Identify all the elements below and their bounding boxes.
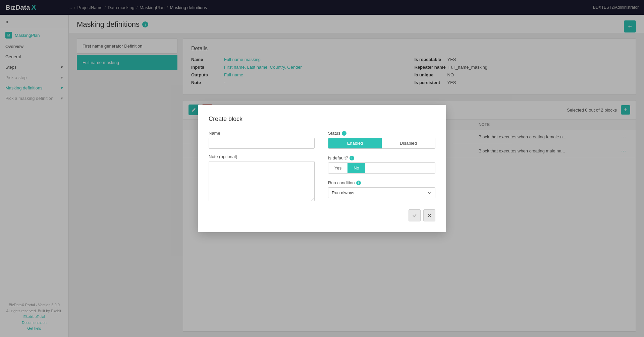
is-default-info-icon[interactable]: i: [350, 156, 354, 160]
modal-confirm-button[interactable]: [409, 209, 421, 221]
name-input[interactable]: [209, 138, 315, 149]
status-label: Status i: [328, 131, 435, 136]
run-condition-field-group: Run condition i Run always Run on condit…: [328, 180, 435, 198]
modal-title: Create block: [209, 116, 435, 123]
modal-body: Name Note (optional) Status i Enabled: [209, 131, 435, 201]
status-info-icon[interactable]: i: [342, 131, 346, 136]
is-default-field-group: Is default? i Yes No: [328, 155, 435, 174]
modal-right-panel: Status i Enabled Disabled Is default? i …: [328, 131, 435, 201]
run-condition-label: Run condition i: [328, 180, 435, 185]
note-field-label: Note (optional): [209, 154, 315, 159]
run-condition-info-icon[interactable]: i: [356, 181, 361, 185]
is-default-toggle: Yes No: [328, 162, 435, 174]
modal-left-panel: Name Note (optional): [209, 131, 315, 201]
run-condition-select-wrapper: Run always Run on condition: [328, 187, 435, 198]
status-enabled-btn[interactable]: Enabled: [328, 138, 382, 148]
modal-close-button[interactable]: ✕: [423, 209, 435, 221]
is-default-label: Is default? i: [328, 155, 435, 160]
modal-overlay: Create block Name Note (optional) Status: [0, 0, 644, 337]
status-field-group: Status i Enabled Disabled: [328, 131, 435, 149]
is-default-no-btn[interactable]: No: [347, 163, 365, 173]
note-textarea[interactable]: [209, 161, 315, 201]
create-block-modal: Create block Name Note (optional) Status: [198, 105, 446, 232]
status-disabled-btn[interactable]: Disabled: [382, 138, 435, 148]
status-toggle: Enabled Disabled: [328, 138, 435, 149]
name-field-group: Name: [209, 131, 315, 149]
note-field-group: Note (optional): [209, 154, 315, 201]
is-default-yes-btn[interactable]: Yes: [328, 163, 347, 173]
run-condition-select[interactable]: Run always Run on condition: [328, 187, 435, 198]
name-field-label: Name: [209, 131, 315, 136]
modal-footer: ✕: [209, 209, 435, 221]
